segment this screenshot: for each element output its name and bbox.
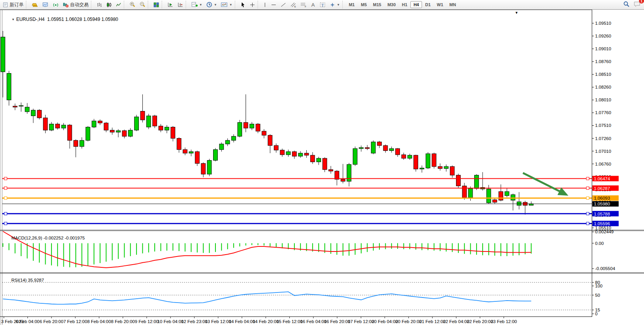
time-axis-label: 22 Feb 04:00 (443, 319, 470, 324)
svg-text:1.09510: 1.09510 (595, 21, 612, 26)
add-indicator-button[interactable]: ▼ (189, 1, 204, 8)
signal-icon (53, 2, 59, 8)
collapse-triangle-icon[interactable]: ▼ (12, 18, 15, 21)
cursor-button[interactable] (238, 1, 248, 8)
svg-text:1.07760: 1.07760 (595, 110, 612, 115)
time-axis-label: 13 Feb 12:00 (205, 319, 231, 324)
svg-text:1.06093: 1.06093 (594, 196, 610, 200)
add-indicator-icon (191, 2, 198, 8)
line-chart-button[interactable] (114, 1, 123, 8)
svg-text:1.09010: 1.09010 (595, 46, 612, 51)
toolbar-separator (162, 1, 165, 9)
macd-value: -0.002252 (43, 236, 63, 240)
chart-shift-icon (167, 2, 173, 8)
time-axis-label: 12 Feb 23:00 (181, 319, 208, 324)
line-handle[interactable] (4, 177, 7, 180)
toolbar-separator (124, 1, 127, 9)
templates-button[interactable]: ▼ (219, 1, 234, 8)
cursor-icon (240, 2, 246, 8)
gold-button[interactable] (29, 1, 40, 8)
timeframe-M1[interactable]: M1 (346, 1, 358, 8)
main-toolbar: 新订单 自动交易 (0, 0, 644, 10)
tile-windows-icon (153, 2, 159, 8)
periods-button[interactable]: ▼ (204, 1, 219, 8)
time-axis-label: 9 Feb 12:00 (135, 319, 159, 324)
arrows-button[interactable]: ▼ (328, 1, 342, 8)
bar-chart-button[interactable] (94, 1, 104, 8)
signal-button[interactable] (51, 1, 61, 8)
scroll-marker-icon[interactable]: ▼ (515, 11, 518, 15)
candlestick-chart-icon (106, 2, 112, 8)
time-axis-label: 6 Feb 20:00 (39, 319, 63, 324)
close-value: 1.05980 (101, 17, 118, 22)
timeframe-M5[interactable]: M5 (358, 1, 370, 8)
time-axis-label: 14 Feb 20:00 (253, 319, 279, 324)
tile-windows-button[interactable] (151, 1, 161, 8)
line-handle[interactable] (586, 212, 589, 215)
line-handle[interactable] (586, 187, 589, 190)
vertical-line-button[interactable] (261, 1, 269, 8)
chart-title: ▼EURUSD-,H4 1.05951 1.06028 1.05949 1.05… (4, 11, 118, 27)
line-handle[interactable] (4, 187, 7, 190)
time-axis-label: 22 Feb 20:00 (467, 319, 493, 324)
chart-shift-button[interactable] (165, 1, 175, 8)
label-button[interactable]: T (318, 1, 328, 8)
line-handle[interactable] (586, 177, 589, 180)
line-handle[interactable] (4, 212, 7, 215)
line-handle[interactable] (4, 197, 7, 199)
vertical-line-icon (263, 2, 267, 8)
time-axis-label: 17 Feb 12:00 (348, 319, 374, 324)
market-watch-icon (42, 2, 49, 8)
zoom-out-button[interactable] (137, 1, 147, 8)
chart-canvas[interactable]: ▼1.095101.092601.090101.087601.085101.08… (0, 10, 644, 325)
toolbar-separator (186, 1, 189, 9)
fibonacci-button[interactable]: F (298, 1, 309, 8)
svg-text:1.07010: 1.07010 (595, 149, 612, 154)
timeframe-MN[interactable]: MN (446, 1, 459, 8)
macd-label: MACD(12,26,9) -0.002252 -0.001975 (4, 231, 85, 245)
timeframe-D1[interactable]: D1 (422, 1, 434, 8)
chat-button[interactable]: 1 (634, 1, 641, 9)
svg-text:1.08260: 1.08260 (595, 85, 612, 89)
equidistant-channel-button[interactable]: E (288, 1, 298, 8)
svg-text:E: E (294, 5, 296, 8)
new-order-button[interactable]: 新订单 (1, 1, 26, 8)
toolbar-separator (235, 1, 238, 9)
auto-scroll-button[interactable] (175, 1, 185, 8)
line-handle[interactable] (4, 222, 7, 225)
rsi-value: 35.9287 (28, 278, 44, 282)
zoom-in-icon (129, 2, 135, 8)
crosshair-button[interactable] (248, 1, 257, 8)
time-axis-label: 21 Feb 12:00 (419, 319, 446, 324)
timeframe-H4[interactable]: H4 (410, 1, 422, 8)
arrows-icon (330, 2, 335, 8)
fibonacci-icon: F (300, 2, 307, 8)
auto-trading-label: 自动交易 (70, 2, 89, 8)
timeframe-M30[interactable]: M30 (384, 1, 399, 8)
time-axis-label: 15 Feb 12:00 (277, 319, 303, 324)
time-axis-label: 8 Feb 20:00 (111, 319, 135, 324)
line-handle[interactable] (586, 197, 589, 199)
market-watch-button[interactable] (40, 1, 51, 8)
text-button[interactable]: A (309, 1, 318, 8)
symbol-period: EURUSD-,H4 (16, 17, 44, 22)
rsi-name: RSI(14) (11, 278, 27, 282)
horizontal-line-button[interactable] (269, 1, 278, 8)
svg-text:1.07510: 1.07510 (595, 123, 612, 128)
line-handle[interactable] (586, 222, 589, 225)
timeframe-W1[interactable]: W1 (434, 1, 446, 8)
svg-text:1.08010: 1.08010 (595, 98, 612, 102)
label-icon: T (319, 2, 326, 8)
zoom-in-button[interactable] (127, 1, 137, 8)
search-button[interactable] (623, 1, 630, 9)
svg-text:1.05980: 1.05980 (594, 202, 610, 206)
timeframe-H1[interactable]: H1 (399, 1, 410, 8)
candlestick-chart-button[interactable] (104, 1, 114, 8)
chevron-down-icon: ▼ (214, 3, 217, 7)
auto-trading-button[interactable]: 自动交易 (61, 1, 91, 8)
chat-badge: 1 (639, 0, 644, 3)
trendline-button[interactable] (278, 1, 288, 8)
chevron-down-icon: ▼ (199, 3, 202, 7)
timeframe-M15[interactable]: M15 (370, 1, 384, 8)
time-axis-label: 7 Feb 12:00 (63, 319, 87, 324)
